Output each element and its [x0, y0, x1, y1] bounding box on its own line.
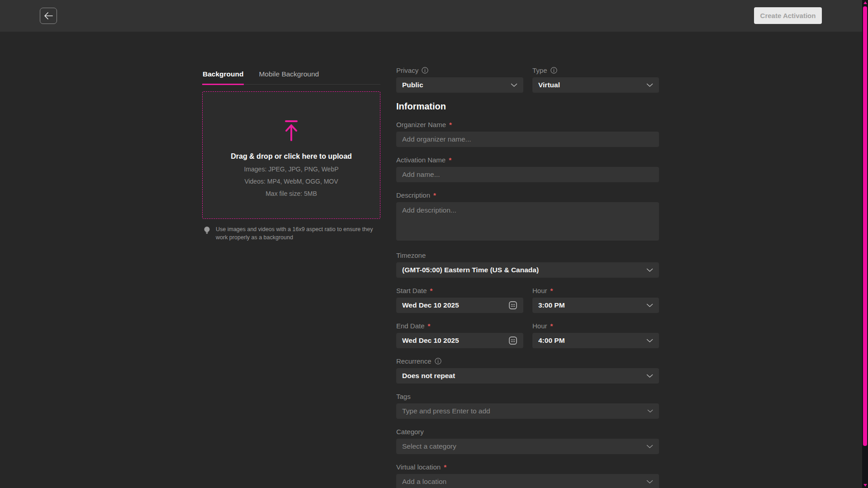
description-field: Description * [396, 191, 659, 242]
create-activation-page: Create Activation Background Mobile Back… [0, 0, 868, 488]
privacy-label: Privacy [396, 66, 418, 74]
type-value: Virtual [538, 81, 646, 89]
recurrence-field: Recurrence Does not repeat [396, 357, 659, 384]
upload-max-size: Max file size: 5MB [266, 190, 317, 197]
lightbulb-icon [204, 226, 210, 235]
upload-dropzone[interactable]: Drag & drop or click here to upload Imag… [202, 91, 380, 219]
create-activation-button[interactable]: Create Activation [754, 7, 822, 24]
start-hour-value: 3:00 PM [538, 301, 646, 309]
required-asterisk: * [428, 322, 431, 330]
tags-input[interactable]: Type and press Enter to add [396, 403, 659, 419]
end-hour-select[interactable]: 4:00 PM [532, 333, 659, 348]
end-date-value: Wed Dec 10 2025 [402, 336, 508, 345]
type-select[interactable]: Virtual [532, 77, 659, 93]
start-date-field: Start Date * Wed Dec 10 2025 [396, 287, 523, 313]
calendar-icon [508, 336, 517, 345]
background-panel: Background Mobile Background Drag & drop… [202, 69, 380, 242]
activation-form: Privacy Public Type [396, 66, 659, 488]
activation-name-label: Activation Name [396, 156, 446, 164]
information-heading: Information [396, 101, 659, 112]
required-asterisk: * [449, 121, 452, 128]
virtual-location-field: Virtual location * Add a location [396, 463, 659, 488]
organizer-name-field: Organizer Name * [396, 121, 659, 147]
recurrence-label: Recurrence [396, 357, 432, 365]
top-bar: Create Activation [0, 0, 862, 32]
timezone-select[interactable]: (GMT-05:00) Eastern Time (US & Canada) [396, 262, 659, 278]
start-hour-label: Hour [532, 287, 547, 294]
required-asterisk: * [449, 156, 451, 164]
upload-title: Drag & drop or click here to upload [231, 152, 352, 161]
category-placeholder: Select a category [402, 442, 646, 450]
organizer-name-label: Organizer Name [396, 121, 446, 128]
organizer-name-input[interactable] [396, 132, 659, 147]
chevron-down-icon [511, 83, 517, 87]
required-asterisk: * [430, 287, 433, 294]
end-hour-label: Hour [532, 322, 547, 330]
info-icon [422, 67, 428, 74]
description-label: Description [396, 191, 430, 199]
timezone-field: Timezone (GMT-05:00) Eastern Time (US & … [396, 251, 659, 278]
end-date-label: End Date [396, 322, 425, 330]
virtual-location-select[interactable]: Add a location [396, 474, 659, 488]
tab-background[interactable]: Background [202, 69, 244, 85]
recurrence-select[interactable]: Does not repeat [396, 368, 659, 384]
virtual-location-label: Virtual location [396, 463, 441, 471]
start-hour-select[interactable]: 3:00 PM [532, 298, 659, 313]
end-date-picker[interactable]: Wed Dec 10 2025 [396, 333, 523, 348]
info-icon [550, 67, 557, 74]
activation-name-field: Activation Name * [396, 156, 659, 182]
chevron-down-icon [646, 268, 653, 272]
upload-images-formats: Images: JPEG, JPG, PNG, WebP [244, 166, 338, 173]
required-asterisk: * [433, 191, 436, 199]
background-tabs: Background Mobile Background [202, 69, 380, 85]
tab-mobile-background[interactable]: Mobile Background [258, 69, 319, 84]
virtual-location-placeholder: Add a location [402, 478, 646, 486]
required-asterisk: * [550, 287, 553, 294]
chevron-down-icon [646, 339, 653, 343]
scroll-down-arrow-icon[interactable] [863, 484, 867, 487]
category-label: Category [396, 428, 424, 436]
privacy-field: Privacy Public [396, 66, 523, 93]
tags-placeholder: Type and press Enter to add [402, 407, 647, 415]
start-date-picker[interactable]: Wed Dec 10 2025 [396, 298, 523, 313]
type-field: Type Virtual [532, 66, 659, 93]
scrollbar[interactable] [862, 0, 868, 488]
timezone-value: (GMT-05:00) Eastern Time (US & Canada) [402, 266, 646, 274]
calendar-icon [508, 301, 517, 310]
required-asterisk: * [550, 322, 553, 330]
upload-arrow-icon [281, 120, 301, 142]
upload-videos-formats: Videos: MP4, WebM, OGG, MOV [244, 178, 338, 185]
scroll-up-arrow-icon[interactable] [863, 1, 867, 4]
start-date-label: Start Date [396, 287, 427, 294]
chevron-down-icon [647, 409, 653, 413]
recurrence-value: Does not repeat [402, 372, 646, 380]
info-icon [435, 358, 441, 365]
chevron-down-icon [646, 374, 653, 378]
required-asterisk: * [444, 463, 446, 471]
start-date-value: Wed Dec 10 2025 [402, 301, 508, 309]
end-hour-field: Hour * 4:00 PM [532, 322, 659, 348]
back-button[interactable] [40, 8, 57, 24]
chevron-down-icon [646, 303, 653, 308]
type-label: Type [532, 66, 547, 74]
tags-label: Tags [396, 393, 411, 400]
privacy-value: Public [402, 81, 511, 89]
end-date-field: End Date * Wed Dec 10 2025 [396, 322, 523, 348]
end-hour-value: 4:00 PM [538, 336, 646, 345]
chevron-down-icon [646, 480, 653, 484]
tags-field: Tags Type and press Enter to add [396, 393, 659, 419]
activation-name-input[interactable] [396, 167, 659, 182]
aspect-ratio-tip: Use images and videos with a 16x9 aspect… [202, 225, 380, 242]
description-textarea[interactable] [396, 202, 659, 241]
category-select[interactable]: Select a category [396, 439, 659, 454]
privacy-select[interactable]: Public [396, 77, 523, 93]
arrow-left-icon [43, 11, 53, 20]
chevron-down-icon [646, 83, 653, 87]
chevron-down-icon [646, 445, 653, 449]
timezone-label: Timezone [396, 251, 426, 259]
scrollbar-thumb[interactable] [863, 6, 867, 446]
category-field: Category Select a category [396, 428, 659, 454]
tip-text: Use images and videos with a 16x9 aspect… [216, 225, 375, 242]
start-hour-field: Hour * 3:00 PM [532, 287, 659, 313]
